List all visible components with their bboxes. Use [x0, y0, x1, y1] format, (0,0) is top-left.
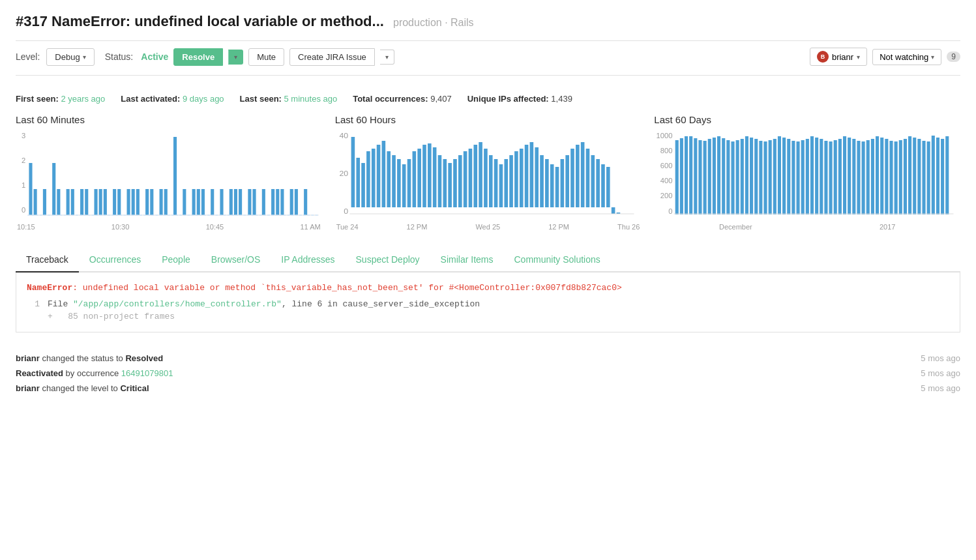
svg-rect-158	[904, 139, 907, 214]
svg-rect-98	[601, 164, 605, 207]
svg-rect-155	[890, 141, 893, 214]
tab-community-solutions[interactable]: Community Solutions	[503, 248, 610, 273]
svg-rect-39	[276, 189, 279, 215]
svg-rect-150	[866, 140, 870, 214]
create-jira-button[interactable]: Create JIRA Issue	[289, 48, 375, 66]
jira-caret-button[interactable]: ▾	[380, 50, 394, 65]
svg-rect-34	[239, 189, 242, 215]
svg-rect-8	[57, 189, 60, 215]
svg-rect-22	[150, 189, 153, 215]
tab-suspect-deploy[interactable]: Suspect Deploy	[346, 248, 430, 273]
svg-rect-33	[234, 189, 237, 215]
watch-dropdown[interactable]: Not watching ▾	[872, 49, 941, 65]
svg-rect-50	[356, 158, 360, 207]
svg-text:20: 20	[339, 169, 348, 177]
svg-rect-149	[862, 141, 865, 214]
error-message-line: NameError: undefined local variable or m…	[27, 283, 949, 293]
svg-rect-94	[581, 142, 585, 207]
svg-rect-64	[428, 143, 432, 207]
last-seen-link[interactable]: 5 minutes ago	[284, 94, 338, 104]
svg-rect-53	[372, 149, 376, 207]
activity-time-3: 5 mos ago	[921, 383, 960, 393]
activity-text-1: brianr changed the status to Resolved	[16, 353, 163, 363]
status-label: Status:	[105, 52, 134, 62]
svg-rect-67	[443, 159, 447, 207]
chart-days-svg: 1000 800 600 400 200 0	[654, 130, 960, 222]
svg-rect-51	[361, 163, 365, 207]
svg-rect-121	[732, 141, 735, 214]
resolve-caret-button[interactable]: ▾	[228, 50, 243, 65]
tab-traceback[interactable]: Traceback	[16, 248, 79, 273]
svg-rect-37	[262, 189, 265, 215]
svg-rect-138	[810, 136, 814, 214]
chart-hours-svg: 40 20 0	[335, 130, 642, 222]
svg-rect-153	[880, 138, 883, 214]
tab-occurrences[interactable]: Occurrences	[79, 248, 151, 273]
total-occurrences-stat: Total occurrences: 9,407	[353, 94, 452, 104]
chart-hours-title: Last 60 Hours	[335, 114, 642, 125]
frame-number: 1	[27, 299, 40, 309]
svg-rect-69	[453, 159, 457, 207]
tab-similar-items[interactable]: Similar Items	[430, 248, 504, 273]
level-dropdown[interactable]: Debug ▾	[46, 48, 94, 66]
user-dropdown[interactable]: B brianr ▾	[810, 48, 867, 66]
svg-rect-130	[773, 139, 776, 214]
tab-ip-addresses[interactable]: IP Addresses	[271, 248, 345, 273]
svg-rect-88	[550, 164, 554, 207]
chart-minutes-area: 3 2 1 0	[16, 130, 322, 235]
svg-rect-43	[304, 189, 307, 215]
svg-rect-112	[689, 136, 692, 214]
chevron-down-icon: ▾	[83, 53, 86, 61]
notification-badge: 9	[947, 52, 960, 62]
svg-rect-36	[252, 189, 256, 215]
frame-file-link[interactable]: "/app/app/controllers/home_controller.rb…	[73, 299, 282, 309]
svg-rect-145	[843, 136, 846, 214]
svg-rect-141	[825, 141, 828, 214]
stats-row: First seen: 2 years ago Last activated: …	[16, 86, 960, 114]
svg-rect-90	[560, 159, 564, 207]
svg-rect-81	[514, 151, 518, 207]
error-type: NameError	[27, 283, 72, 293]
tab-bar: Traceback Occurrences People Browser/OS …	[16, 248, 960, 273]
svg-rect-143	[834, 140, 837, 214]
chevron-down-icon: ▾	[234, 53, 237, 61]
unique-ips-stat: Unique IPs affected: 1,439	[467, 94, 572, 104]
svg-rect-113	[694, 138, 698, 214]
resolve-button[interactable]: Resolve	[173, 48, 223, 66]
svg-rect-29	[201, 189, 205, 215]
tab-people[interactable]: People	[151, 248, 201, 273]
svg-rect-122	[736, 140, 739, 214]
first-seen-link[interactable]: 2 years ago	[61, 94, 105, 104]
svg-text:200: 200	[660, 192, 673, 199]
svg-rect-151	[871, 139, 874, 214]
first-seen-stat: First seen: 2 years ago	[16, 94, 105, 104]
svg-rect-120	[727, 140, 730, 214]
svg-rect-144	[838, 139, 842, 214]
svg-rect-166	[941, 139, 944, 214]
svg-rect-124	[745, 136, 748, 214]
svg-rect-148	[857, 141, 861, 214]
svg-rect-35	[248, 189, 251, 215]
svg-rect-128	[764, 141, 767, 214]
last-activated-link[interactable]: 9 days ago	[183, 94, 224, 104]
svg-rect-85	[535, 147, 539, 207]
chart-days-x-labels: December 2017	[654, 223, 960, 231]
chart-days: Last 60 Days 1000 800 600 400 200 0	[654, 114, 960, 235]
mute-button[interactable]: Mute	[248, 48, 284, 66]
svg-rect-13	[94, 189, 97, 215]
svg-rect-139	[815, 138, 818, 214]
chart-minutes-x-labels: 10:15 10:30 10:45 11 AM	[16, 223, 322, 231]
occurrence-link[interactable]: 16491079801	[121, 368, 173, 378]
svg-rect-31	[220, 189, 223, 215]
activity-time-1: 5 mos ago	[921, 353, 960, 363]
svg-rect-40	[280, 189, 284, 215]
tab-browser-os[interactable]: Browser/OS	[201, 248, 271, 273]
svg-rect-97	[596, 159, 600, 207]
svg-rect-41	[290, 189, 293, 215]
svg-rect-154	[885, 139, 889, 214]
frame-more: + 85 non-project frames	[48, 312, 949, 321]
svg-rect-126	[755, 139, 758, 214]
svg-rect-165	[936, 138, 939, 214]
svg-rect-125	[750, 138, 753, 214]
svg-text:0: 0	[22, 206, 25, 214]
